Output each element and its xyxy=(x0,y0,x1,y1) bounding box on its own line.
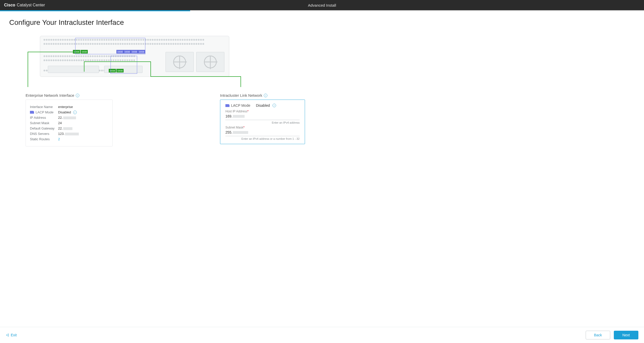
page-title: Configure Your Intracluster Interface xyxy=(9,18,635,27)
brand: Cisco Catalyst Center xyxy=(4,3,45,7)
value-lacp-text: Disabled xyxy=(58,110,71,114)
enterprise-heading: Enterprise Network Interface i xyxy=(26,93,113,98)
subnet-hint: Enter an IPv4 address or a number from 1… xyxy=(225,137,300,140)
enterprise-card: Interface Name enterprise LACP Mode Disa… xyxy=(26,100,113,146)
next-label: Next xyxy=(623,333,630,337)
value-gateway: 22. xyxy=(58,126,72,130)
label-ip: IP Address xyxy=(30,116,58,120)
lacp-value-text: Disabled xyxy=(256,103,270,108)
label-routes: Static Routes xyxy=(30,137,58,141)
psu xyxy=(196,52,224,72)
lacp-label: LACP Mode xyxy=(225,103,250,108)
subnet-label-text: Subnet Mask xyxy=(225,126,243,129)
value-subnet: 24 xyxy=(58,121,62,125)
value-lacp: Disabled i xyxy=(58,110,77,114)
connector-line xyxy=(241,76,241,87)
kv-gateway: Default Gateway 22. xyxy=(30,126,108,130)
redacted-text xyxy=(63,116,76,119)
app-header: Cisco Catalyst Center Advanced Install xyxy=(0,0,644,10)
label-lacp-text: LACP Mode xyxy=(36,110,53,114)
host-ip-group: Host IP Address* 169. Enter an IPv4 addr… xyxy=(225,110,300,124)
redacted-text xyxy=(63,127,72,130)
connector-line xyxy=(28,52,28,87)
label-subnet: Subnet Mask xyxy=(30,121,58,125)
lacp-label-text: LACP Mode xyxy=(231,103,250,108)
connector-line xyxy=(84,61,84,72)
info-icon[interactable]: i xyxy=(272,104,276,107)
redacted-text xyxy=(65,133,79,135)
kv-subnet: Subnet Mask 24 xyxy=(30,121,108,125)
subnet-input[interactable]: 255. xyxy=(225,129,300,136)
label-gateway: Default Gateway xyxy=(30,126,58,130)
label-dns: DNS Servers xyxy=(30,132,58,136)
blue-cluster-box xyxy=(75,38,145,54)
exit-label: Exit xyxy=(11,333,17,337)
fan-icon xyxy=(173,56,186,68)
info-icon[interactable]: i xyxy=(76,94,79,97)
folder-icon xyxy=(225,104,230,107)
blue-cluster-box xyxy=(111,56,137,74)
back-button[interactable]: Back xyxy=(586,331,610,339)
kv-routes: Static Routes 2 xyxy=(30,137,108,141)
kv-dns: DNS Servers 123. xyxy=(30,132,108,136)
lacp-value: Disabled i xyxy=(256,103,276,108)
label-interface-name: Interface Name xyxy=(30,105,58,109)
kv-interface-name: Interface Name enterprise xyxy=(30,105,108,109)
brand-bold: Cisco xyxy=(4,3,15,7)
next-button[interactable]: Next xyxy=(614,331,638,339)
intracluster-heading-text: Intracluster Link Network xyxy=(220,93,262,98)
value-ip-prefix: 22. xyxy=(58,116,63,120)
value-gw-prefix: 22. xyxy=(58,126,63,130)
lacp-row: LACP Mode Disabled i xyxy=(225,103,300,108)
value-dns-prefix: 123. xyxy=(58,132,64,136)
main-content: Configure Your Intracluster Interface 10… xyxy=(0,11,644,327)
brand-light: Catalyst Center xyxy=(17,3,45,7)
exit-button[interactable]: Exit xyxy=(6,333,17,337)
host-ip-hint: Enter an IPv4 address xyxy=(225,121,300,124)
enterprise-panel: Enterprise Network Interface i Interface… xyxy=(26,93,113,146)
connector-line xyxy=(150,76,241,77)
appliance-diagram: 10GB 10GB 10GB 10GB 10GB 10GB 10GB 10GB xyxy=(25,36,245,87)
footer: Exit Back Next xyxy=(0,327,644,343)
redacted-text xyxy=(233,115,245,118)
exit-icon xyxy=(6,333,9,337)
label-lacp: LACP Mode xyxy=(30,110,58,114)
intracluster-heading: Intracluster Link Network i xyxy=(220,93,305,98)
static-routes-link[interactable]: 2 xyxy=(58,137,60,141)
value-interface-name: enterprise xyxy=(58,105,73,109)
host-ip-input[interactable]: 169. xyxy=(225,113,300,120)
host-ip-label: Host IP Address* xyxy=(225,110,300,113)
value-dns: 123. xyxy=(58,132,79,136)
back-label: Back xyxy=(594,333,602,337)
fan-icon xyxy=(204,56,217,68)
intracluster-card: LACP Mode Disabled i Host IP Address* 16… xyxy=(220,100,305,144)
value-routes: 2 xyxy=(58,137,60,141)
redacted-text xyxy=(233,131,248,134)
kv-lacp: LACP Mode Disabled i xyxy=(30,110,108,114)
slot xyxy=(48,66,99,73)
footer-buttons: Back Next xyxy=(586,331,638,339)
connector-line xyxy=(28,52,73,52)
connector-line xyxy=(150,61,151,77)
host-ip-prefix: 169. xyxy=(225,114,232,118)
info-icon[interactable]: i xyxy=(264,94,267,97)
header-title: Advanced Install xyxy=(308,3,336,7)
subnet-label: Subnet Mask* xyxy=(225,126,300,129)
intracluster-panel: Intracluster Link Network i LACP Mode Di… xyxy=(220,93,305,146)
subnet-prefix: 255. xyxy=(225,130,232,134)
panels-row: Enterprise Network Interface i Interface… xyxy=(9,93,635,146)
value-ip: 22. xyxy=(58,116,76,120)
subnet-group: Subnet Mask* 255. Enter an IPv4 address … xyxy=(225,126,300,140)
kv-ip: IP Address 22. xyxy=(30,116,108,120)
connector-line xyxy=(84,61,151,62)
enterprise-heading-text: Enterprise Network Interface xyxy=(26,93,74,98)
psu xyxy=(166,52,194,72)
info-icon[interactable]: i xyxy=(73,111,77,114)
folder-icon xyxy=(30,111,34,114)
host-ip-label-text: Host IP Address xyxy=(225,110,247,113)
